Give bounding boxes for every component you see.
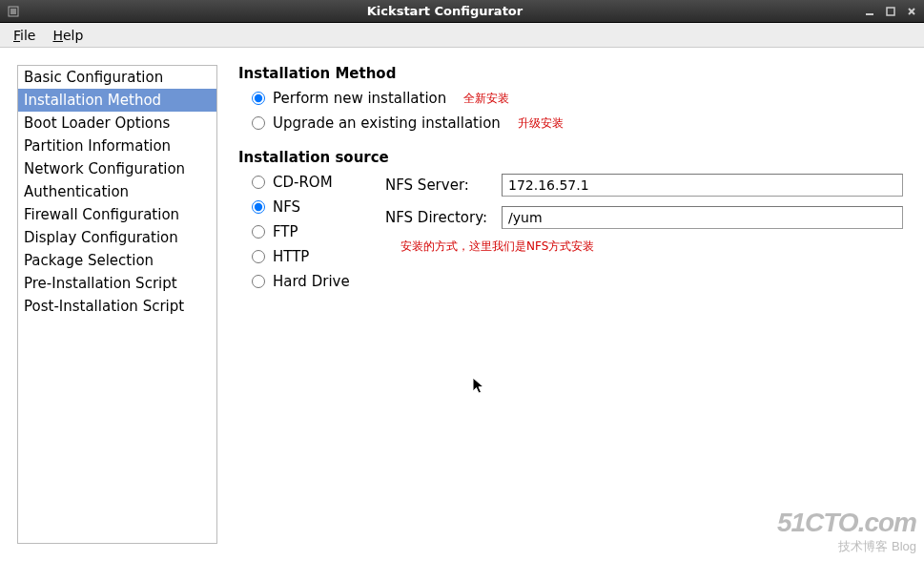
annotation-source-note: 安装的方式，这里我们是NFS方式安装 bbox=[400, 239, 903, 255]
radio-upgrade-installation[interactable] bbox=[252, 116, 265, 130]
sidebar-item-boot-loader-options[interactable]: Boot Loader Options bbox=[18, 112, 216, 135]
nfs-directory-label: NFS Directory: bbox=[385, 209, 490, 226]
close-button[interactable] bbox=[905, 5, 918, 18]
sidebar-item-network-configuration[interactable]: Network Configuration bbox=[18, 157, 216, 180]
sidebar-item-installation-method[interactable]: Installation Method bbox=[18, 89, 216, 112]
radio-new-installation-label[interactable]: Perform new installation bbox=[273, 90, 446, 107]
installation-method-title: Installation Method bbox=[238, 65, 903, 82]
maximize-button[interactable] bbox=[884, 5, 897, 18]
radio-source-http[interactable] bbox=[252, 250, 265, 263]
menubar: File Help bbox=[0, 23, 924, 48]
nfs-server-input[interactable] bbox=[502, 174, 903, 197]
nfs-server-label: NFS Server: bbox=[385, 177, 490, 194]
sidebar-item-pre-installation-script[interactable]: Pre-Installation Script bbox=[18, 272, 216, 295]
radio-source-cdrom-label[interactable]: CD-ROM bbox=[273, 174, 333, 191]
sidebar-item-partition-information[interactable]: Partition Information bbox=[18, 135, 216, 157]
radio-source-http-label[interactable]: HTTP bbox=[273, 248, 309, 265]
annotation-new-install: 全新安装 bbox=[463, 91, 509, 107]
svg-rect-1 bbox=[10, 9, 16, 14]
minimize-button[interactable] bbox=[863, 5, 876, 18]
menu-file[interactable]: File bbox=[6, 25, 43, 46]
nfs-directory-input[interactable] bbox=[502, 206, 903, 229]
sidebar-item-basic-configuration[interactable]: Basic Configuration bbox=[18, 66, 216, 89]
radio-source-nfs-label[interactable]: NFS bbox=[273, 198, 300, 216]
radio-source-harddrive-label[interactable]: Hard Drive bbox=[273, 273, 350, 290]
radio-source-ftp[interactable] bbox=[252, 225, 265, 239]
radio-source-harddrive[interactable] bbox=[252, 275, 265, 288]
sidebar-item-authentication[interactable]: Authentication bbox=[18, 180, 216, 203]
radio-source-cdrom[interactable] bbox=[252, 176, 265, 189]
svg-rect-3 bbox=[887, 8, 894, 15]
window-titlebar: Kickstart Configurator bbox=[0, 0, 924, 23]
radio-new-installation[interactable] bbox=[252, 92, 265, 105]
annotation-upgrade: 升级安装 bbox=[518, 115, 564, 132]
sidebar-item-firewall-configuration[interactable]: Firewall Configuration bbox=[18, 203, 216, 226]
installation-source-title: Installation source bbox=[238, 149, 903, 166]
sidebar-item-post-installation-script[interactable]: Post-Installation Script bbox=[18, 295, 216, 318]
sidebar-item-package-selection[interactable]: Package Selection bbox=[18, 249, 216, 272]
main-panel: Installation Method Perform new installa… bbox=[235, 65, 907, 544]
menu-help[interactable]: Help bbox=[45, 25, 91, 46]
sidebar-item-display-configuration[interactable]: Display Configuration bbox=[18, 226, 216, 249]
radio-upgrade-installation-label[interactable]: Upgrade an existing installation bbox=[273, 114, 501, 132]
app-icon bbox=[6, 4, 21, 19]
radio-source-ftp-label[interactable]: FTP bbox=[273, 223, 298, 240]
window-title: Kickstart Configurator bbox=[27, 4, 863, 18]
radio-source-nfs[interactable] bbox=[252, 200, 265, 214]
sidebar-nav[interactable]: Basic Configuration Installation Method … bbox=[17, 65, 217, 544]
